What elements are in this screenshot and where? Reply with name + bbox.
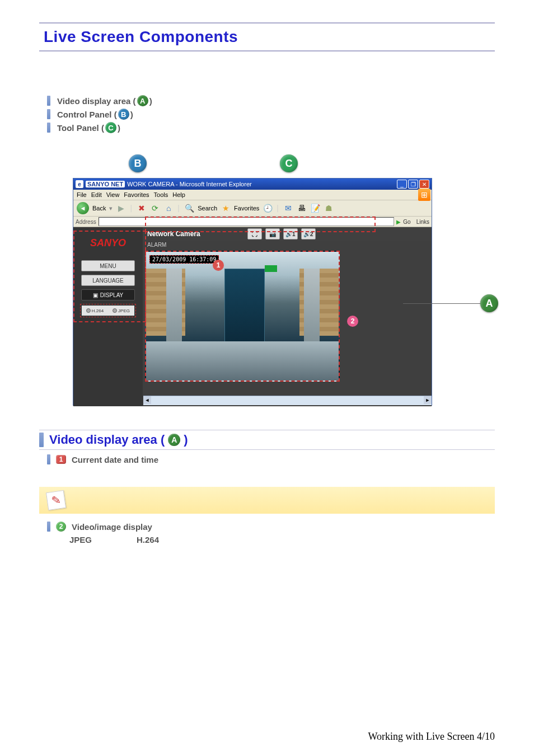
wall-decor: [304, 269, 320, 353]
capture-button[interactable]: ⛶: [247, 228, 262, 240]
wall-decor: [166, 269, 182, 353]
forward-icon[interactable]: ▶: [116, 203, 126, 213]
legend-block: Video display area ( A ) Control Panel (…: [47, 95, 495, 133]
marker-1-icon: 1: [56, 455, 66, 464]
links-label[interactable]: Links: [416, 219, 429, 225]
address-input[interactable]: [99, 217, 395, 226]
browser-toolbar: ◄ Back ▾ ▶ │ ✖ ⟳ ⌂ │ 🔍 Search ★ Favorite…: [73, 200, 432, 217]
callout-c-icon: C: [280, 154, 298, 172]
minimize-button[interactable]: _: [397, 180, 407, 189]
marker-a-icon: A: [168, 434, 180, 446]
address-bar: Address ▶ Go Links: [73, 217, 432, 227]
status-bar: ◄ ►: [143, 396, 432, 405]
tool-icons: ⛶ 📷 🔊1 🔊2: [247, 228, 316, 240]
legend-text: Video display area (: [57, 96, 136, 106]
callout-2-icon: 2: [347, 316, 358, 327]
back-label: Back: [92, 205, 106, 212]
video-area: Network Camera ⛶ 📷 🔊1 🔊2 ALARM: [143, 227, 432, 406]
legend-text-suffix: ): [130, 110, 133, 119]
close-button[interactable]: ✕: [419, 180, 429, 189]
bullet-tick: [47, 109, 50, 119]
mail-icon[interactable]: ✉: [283, 203, 293, 213]
title-badge: SANYO NET: [86, 181, 125, 187]
legend-text: Tool Panel (: [57, 123, 104, 133]
menu-view[interactable]: View: [106, 191, 120, 198]
discuss-icon[interactable]: ☗: [324, 203, 334, 213]
window-controls: _ ❐ ✕: [397, 180, 429, 189]
menu-tools[interactable]: Tools: [154, 191, 168, 198]
menu-file[interactable]: File: [77, 191, 87, 198]
note-icon: ✎: [46, 490, 66, 510]
codec-tabs: H.264 JPEG: [80, 304, 136, 317]
back-button[interactable]: ◄: [77, 202, 89, 214]
window-title: e SANYO NET WORK CAMERA - Microsoft Inte…: [76, 180, 252, 188]
legend-control-panel: Control Panel ( B ): [47, 109, 495, 120]
marker-2-icon: 2: [56, 522, 66, 532]
screenshot: B C e SANYO NET WORK CAMERA - Microsoft …: [73, 150, 465, 407]
go-label[interactable]: Go: [403, 219, 410, 225]
legend-tool-panel: Tool Panel ( C ): [47, 122, 495, 133]
favorites-label[interactable]: Favorites: [234, 205, 259, 212]
page-title: Live Screen Components: [39, 25, 495, 49]
leader-line-a: [403, 303, 481, 304]
marker-c-icon: C: [105, 122, 116, 133]
display-icon: ▣: [93, 292, 98, 298]
menu-favorites[interactable]: Favorites: [124, 191, 149, 198]
app-title: Network Camera: [147, 230, 200, 238]
menu-edit[interactable]: Edit: [91, 191, 102, 198]
note-band: ✎: [39, 487, 495, 514]
title-text: WORK CAMERA - Microsoft Internet Explore…: [127, 181, 252, 187]
scroll-left-icon[interactable]: ◄: [143, 396, 151, 404]
address-label: Address: [76, 219, 96, 225]
item2-col-h264: H.264: [137, 535, 159, 544]
sub-heading-suffix: ): [184, 433, 188, 447]
audio1-button[interactable]: 🔊1: [283, 228, 298, 240]
floor-decor: [146, 341, 339, 381]
scroll-right-icon[interactable]: ►: [424, 396, 432, 404]
tab-jpeg[interactable]: JPEG: [108, 306, 134, 316]
section-video-display: Video display area ( A ) 1 Current date …: [39, 430, 495, 544]
control-panel: SANYO MENU LANGUAGE ▣ DISPLAY H.264 JPEG: [73, 227, 143, 406]
sub-heading-prefix: Video display area (: [49, 433, 165, 447]
alarm-label: ALARM: [143, 241, 432, 249]
ie-icon: e: [76, 180, 83, 188]
snapshot-button[interactable]: 📷: [265, 228, 280, 240]
browser-window: e SANYO NET WORK CAMERA - Microsoft Inte…: [73, 178, 432, 406]
tool-panel: Network Camera ⛶ 📷 🔊1 🔊2: [143, 227, 432, 241]
legend-text: Control Panel (: [57, 110, 117, 119]
windows-flag-icon: ⊞: [418, 189, 430, 201]
display-button-label: DISPLAY: [100, 292, 124, 298]
item-current-datetime: 1 Current date and time: [47, 454, 495, 464]
sub-heading: Video display area ( A ): [49, 433, 188, 447]
item-video-image-display: 2 Video/image display JPEG H.264: [47, 522, 495, 544]
legend-text-suffix: ): [118, 123, 120, 133]
item1-text: Current date and time: [72, 455, 158, 464]
exit-sign-decor: [265, 265, 277, 272]
menu-help[interactable]: Help: [172, 191, 185, 198]
refresh-icon[interactable]: ⟳: [150, 203, 160, 213]
language-button[interactable]: LANGUAGE: [81, 275, 135, 286]
maximize-button[interactable]: ❐: [408, 180, 418, 189]
timestamp-overlay: 27/03/2009 16:37:09: [149, 255, 219, 264]
radio-icon: [113, 308, 117, 313]
sub-heading-bar: Video display area ( A ): [39, 430, 495, 450]
history-icon[interactable]: 🕘: [263, 203, 273, 213]
audio2-button[interactable]: 🔊2: [301, 228, 316, 240]
callout-b-icon: B: [129, 154, 147, 172]
display-button[interactable]: ▣ DISPLAY: [81, 289, 135, 300]
item2-text: Video/image display: [72, 522, 152, 532]
tab-h264-label: H.264: [92, 308, 104, 313]
menu-button[interactable]: MENU: [81, 260, 135, 271]
tab-h264[interactable]: H.264: [82, 306, 108, 316]
page-title-bar: Live Screen Components: [39, 22, 495, 51]
home-icon[interactable]: ⌂: [163, 203, 174, 213]
stop-icon[interactable]: ✖: [137, 203, 147, 213]
item2-col-jpeg: JPEG: [69, 535, 92, 544]
bullet-tick: [47, 454, 50, 464]
search-icon[interactable]: 🔍: [184, 203, 194, 213]
edit-icon[interactable]: 📝: [310, 203, 320, 213]
callout-a-icon: A: [480, 294, 498, 312]
print-icon[interactable]: 🖶: [297, 203, 307, 213]
search-label[interactable]: Search: [198, 205, 217, 212]
favorites-icon[interactable]: ★: [221, 203, 231, 213]
